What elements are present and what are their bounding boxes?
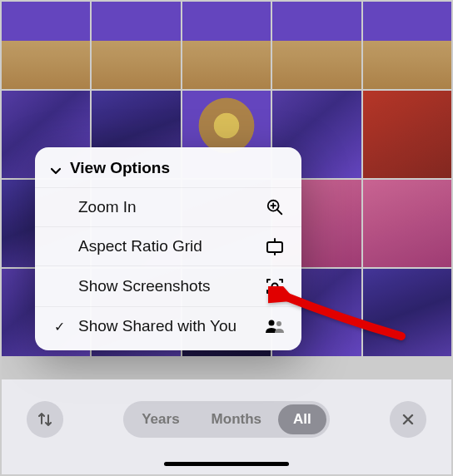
- svg-line-1: [277, 210, 282, 215]
- close-button[interactable]: [390, 401, 426, 438]
- chevron-down-icon: [50, 162, 62, 174]
- zoom-in-icon: [263, 198, 286, 216]
- bottom-toolbar: Years Months All: [2, 379, 451, 474]
- popover-header[interactable]: View Options: [35, 147, 301, 187]
- photo-thumbnail[interactable]: [2, 2, 90, 89]
- menu-item-label: Show Screenshots: [78, 277, 253, 295]
- time-segmented-control: Years Months All: [123, 401, 330, 438]
- svg-point-9: [276, 321, 281, 326]
- people-icon: [263, 318, 286, 335]
- photo-thumbnail[interactable]: [363, 2, 451, 89]
- svg-point-8: [269, 320, 275, 326]
- segment-months[interactable]: Months: [197, 404, 276, 434]
- screenshot-icon: [263, 276, 286, 296]
- svg-rect-4: [267, 242, 282, 252]
- menu-item-aspect-ratio[interactable]: Aspect Ratio Grid: [35, 226, 301, 265]
- menu-item-show-screenshots[interactable]: Show Screenshots: [35, 265, 301, 306]
- view-options-popover: View Options Zoom In Aspect Ratio Grid S…: [35, 147, 301, 350]
- segment-years[interactable]: Years: [127, 404, 194, 434]
- aspect-ratio-icon: [263, 237, 286, 255]
- photo-thumbnail[interactable]: [182, 2, 271, 89]
- photo-thumbnail[interactable]: [363, 180, 451, 267]
- menu-item-label: Aspect Ratio Grid: [78, 237, 253, 255]
- svg-point-7: [272, 284, 278, 290]
- photo-thumbnail[interactable]: [363, 91, 451, 178]
- photo-thumbnail[interactable]: [363, 269, 451, 356]
- menu-item-label: Zoom In: [78, 198, 253, 216]
- sort-icon: [37, 411, 53, 428]
- photo-thumbnail[interactable]: [92, 2, 180, 89]
- home-indicator: [164, 462, 289, 466]
- photo-thumbnail[interactable]: [272, 2, 361, 89]
- close-icon: [401, 413, 415, 426]
- checkmark-icon: ✓: [50, 319, 68, 335]
- segment-all[interactable]: All: [278, 404, 326, 434]
- menu-item-show-shared[interactable]: ✓ Show Shared with You: [35, 306, 301, 345]
- menu-item-label: Show Shared with You: [78, 317, 253, 335]
- popover-title: View Options: [70, 159, 170, 177]
- sort-button[interactable]: [27, 401, 63, 438]
- menu-item-zoom-in[interactable]: Zoom In: [35, 187, 301, 226]
